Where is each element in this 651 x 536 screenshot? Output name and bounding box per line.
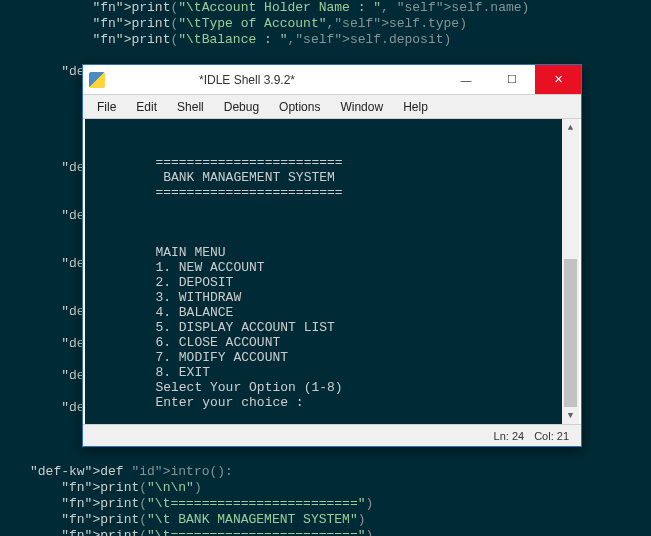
menu-debug[interactable]: Debug bbox=[214, 98, 269, 116]
shell-output[interactable]: ======================== BANK MANAGEMENT… bbox=[85, 119, 579, 424]
title-bar[interactable]: *IDLE Shell 3.9.2* — ☐ ✕ bbox=[83, 65, 581, 95]
status-col: Col: 21 bbox=[534, 430, 569, 442]
menu-bar: FileEditShellDebugOptionsWindowHelp bbox=[83, 95, 581, 119]
scroll-down-icon[interactable]: ▼ bbox=[562, 407, 579, 424]
menu-edit[interactable]: Edit bbox=[126, 98, 167, 116]
idle-shell-window: *IDLE Shell 3.9.2* — ☐ ✕ FileEditShellDe… bbox=[82, 64, 582, 447]
status-line: Ln: 24 bbox=[494, 430, 525, 442]
menu-options[interactable]: Options bbox=[269, 98, 330, 116]
window-title: *IDLE Shell 3.9.2* bbox=[51, 73, 443, 87]
menu-shell[interactable]: Shell bbox=[167, 98, 214, 116]
status-bar: Ln: 24 Col: 21 bbox=[83, 424, 581, 446]
scroll-thumb[interactable] bbox=[564, 259, 577, 407]
scroll-up-icon[interactable]: ▲ bbox=[562, 119, 579, 136]
menu-file[interactable]: File bbox=[87, 98, 126, 116]
menu-help[interactable]: Help bbox=[393, 98, 438, 116]
window-buttons: — ☐ ✕ bbox=[443, 65, 581, 94]
minimize-button[interactable]: — bbox=[443, 65, 489, 94]
scrollbar[interactable]: ▲ ▼ bbox=[562, 119, 579, 424]
menu-window[interactable]: Window bbox=[330, 98, 393, 116]
maximize-button[interactable]: ☐ bbox=[489, 65, 535, 94]
close-button[interactable]: ✕ bbox=[535, 65, 581, 94]
